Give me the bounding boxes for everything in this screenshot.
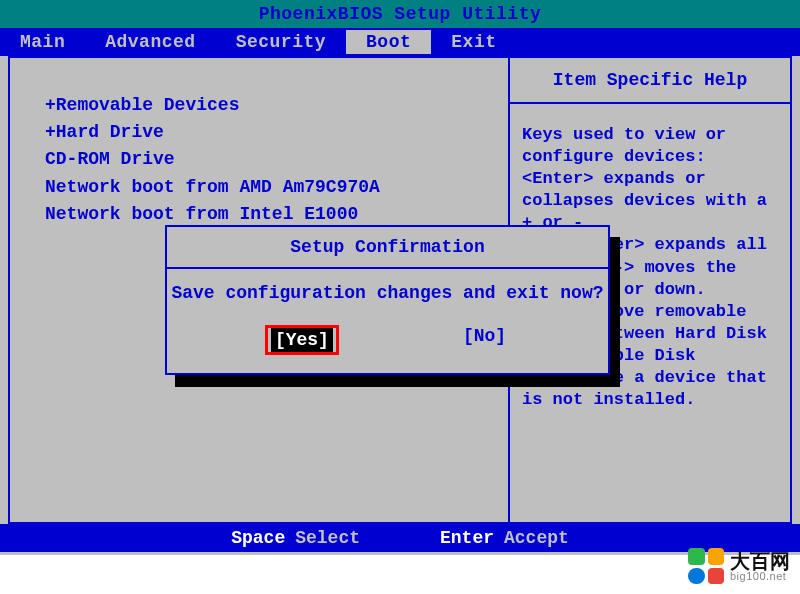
dialog-buttons: [Yes] [No]	[167, 321, 608, 373]
menu-item-security[interactable]: Security	[216, 30, 346, 54]
menu-item-boot[interactable]: Boot	[346, 30, 431, 54]
boot-list-item[interactable]: Network boot from AMD Am79C970A	[45, 175, 488, 200]
bios-screen: PhoenixBIOS Setup Utility MainAdvancedSe…	[0, 0, 800, 555]
menu-item-advanced[interactable]: Advanced	[85, 30, 215, 54]
dialog-yes-button[interactable]: [Yes]	[271, 328, 333, 352]
boot-list-item[interactable]: CD-ROM Drive	[45, 147, 488, 172]
watermark-text: 大百网 big100.net	[730, 551, 790, 582]
watermark: 大百网 big100.net	[688, 548, 790, 584]
yes-highlight: [Yes]	[265, 325, 339, 355]
footer-hint: EnterAccept	[440, 528, 569, 548]
watermark-logo-icon	[688, 548, 724, 584]
boot-list-item[interactable]: Network boot from Intel E1000	[45, 202, 488, 227]
menu-item-exit[interactable]: Exit	[431, 30, 516, 54]
dialog-title: Setup Confirmation	[167, 227, 608, 269]
confirmation-dialog: Setup Confirmation Save configuration ch…	[165, 225, 610, 375]
dialog-message: Save configuration changes and exit now?	[167, 269, 608, 321]
menu-bar: MainAdvancedSecurityBootExit	[0, 28, 800, 56]
title-bar: PhoenixBIOS Setup Utility	[0, 0, 800, 28]
menu-item-main[interactable]: Main	[0, 30, 85, 54]
help-title: Item Specific Help	[510, 58, 790, 104]
dialog-no-button[interactable]: [No]	[459, 325, 510, 355]
boot-list-item[interactable]: +Hard Drive	[45, 120, 488, 145]
footer-bar: SpaceSelectEnterAccept	[0, 524, 800, 552]
footer-hint: SpaceSelect	[231, 528, 360, 548]
boot-list-item[interactable]: +Removable Devices	[45, 93, 488, 118]
